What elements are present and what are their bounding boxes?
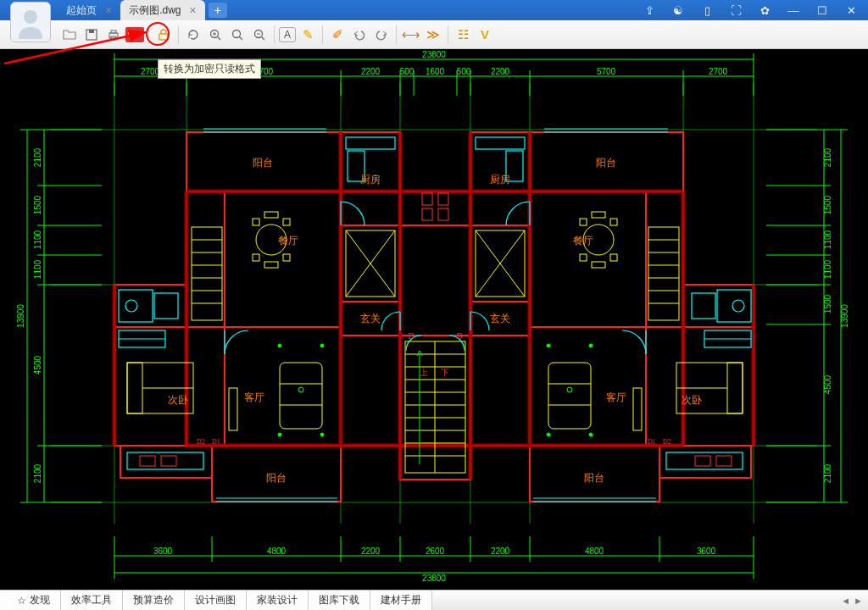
minimize-icon[interactable]: — [783, 0, 804, 20]
bottom-scroll[interactable]: ◄► [836, 591, 868, 610]
svg-point-270 [298, 387, 303, 392]
lock-button[interactable] [153, 25, 174, 45]
svg-point-269 [589, 433, 593, 436]
print-button[interactable] [103, 25, 124, 45]
pdf-button[interactable]: PDF [125, 27, 144, 42]
measure-area-button[interactable]: ≫ [423, 25, 443, 45]
svg-text:2700: 2700 [709, 67, 728, 76]
rotate-button[interactable] [183, 25, 203, 45]
user-avatar[interactable] [10, 2, 51, 42]
svg-text:厨房: 厨房 [490, 174, 510, 186]
svg-text:2100: 2100 [33, 147, 42, 167]
tab-start[interactable]: 起始页 × [58, 0, 120, 20]
svg-text:1100: 1100 [33, 230, 42, 249]
svg-text:玄关: 玄关 [490, 313, 510, 324]
svg-rect-131 [659, 446, 751, 478]
svg-rect-195 [648, 227, 679, 320]
svg-text:4500: 4500 [33, 355, 42, 374]
svg-rect-233 [438, 193, 448, 205]
svg-text:13900: 13900 [16, 304, 25, 328]
lock-tooltip: 转换为加密只读格式 [158, 59, 261, 79]
svg-line-12 [240, 36, 243, 40]
main-toolbar: PDF A ✎ ✐ ⟷ ≫ ☷ V [0, 20, 868, 49]
svg-rect-215 [692, 293, 715, 319]
measure-linear-button[interactable]: ⟷ [401, 25, 421, 45]
fullscreen-icon[interactable]: ⛶ [726, 0, 746, 20]
bottom-tab-decor[interactable]: 家装设计 [247, 591, 309, 610]
redo-button[interactable] [371, 25, 392, 45]
svg-rect-130 [120, 446, 212, 478]
separator [178, 25, 179, 44]
svg-rect-188 [192, 227, 222, 320]
bottom-tab-design[interactable]: 设计画图 [185, 591, 247, 610]
svg-text:D1: D1 [212, 438, 220, 446]
svg-line-14 [262, 36, 265, 40]
open-button[interactable] [59, 25, 80, 45]
close-icon[interactable]: × [105, 4, 112, 16]
title-bar: 起始页 × 示例图.dwg × + ⇪ ☯ ▯ ⛶ ✿ — ☐ ✕ [0, 0, 868, 20]
separator [322, 25, 323, 44]
svg-text:13900: 13900 [840, 304, 849, 328]
svg-text:4800: 4800 [585, 546, 604, 556]
svg-text:1100: 1100 [823, 230, 832, 249]
svg-text:阳台: 阳台 [584, 472, 604, 484]
pencil-button[interactable]: ✎ [298, 25, 318, 45]
zoom-extent-button[interactable] [227, 25, 248, 45]
undo-button[interactable] [349, 25, 370, 45]
maximize-icon[interactable]: ☐ [812, 0, 832, 20]
zoom-out-button[interactable] [249, 25, 270, 45]
new-tab-button[interactable]: + [209, 3, 227, 18]
settings-icon[interactable]: ✿ [754, 0, 775, 20]
svg-rect-169 [633, 388, 642, 430]
svg-point-266 [547, 344, 550, 347]
bottom-tab-discover[interactable]: ☆ 发现 [0, 591, 61, 610]
svg-text:餐厅: 餐厅 [573, 235, 593, 247]
svg-text:23800: 23800 [422, 574, 446, 583]
svg-text:500: 500 [400, 67, 415, 76]
document-tabs: 起始页 × 示例图.dwg × + [58, 0, 231, 20]
window-controls: ⇪ ☯ ▯ ⛶ ✿ — ☐ ✕ [632, 0, 868, 20]
drawing-canvas[interactable]: 23800 2700 5700 2200 500 1600 500 2200 5… [0, 49, 868, 590]
chevron-left-icon: ◄ [841, 596, 850, 606]
svg-rect-235 [438, 208, 448, 220]
svg-text:上: 上 [420, 368, 428, 377]
svg-text:1100: 1100 [33, 259, 42, 279]
svg-rect-165 [548, 363, 591, 429]
svg-rect-237 [161, 456, 176, 466]
wechat-icon[interactable]: ☯ [668, 0, 688, 20]
close-icon[interactable]: × [190, 4, 197, 16]
vip-button[interactable]: V [475, 25, 495, 45]
svg-point-262 [278, 344, 281, 347]
svg-text:23800: 23800 [422, 50, 446, 59]
tab-document[interactable]: 示例图.dwg × [120, 0, 205, 20]
svg-rect-144 [283, 219, 290, 225]
bottom-tab-materials[interactable]: 建材手册 [370, 591, 432, 610]
text-button[interactable]: A [279, 27, 296, 42]
svg-rect-113 [400, 225, 470, 336]
svg-text:阳台: 阳台 [253, 157, 273, 169]
bottom-tab-budget[interactable]: 预算造价 [123, 591, 185, 610]
highlighter-button[interactable]: ✐ [327, 25, 348, 45]
mobile-icon[interactable]: ▯ [697, 0, 717, 20]
save-button[interactable] [81, 25, 102, 45]
svg-text:餐厅: 餐厅 [278, 235, 298, 247]
bottom-tab-tools[interactable]: 效率工具 [61, 591, 123, 610]
svg-rect-239 [716, 456, 732, 466]
svg-text:1500: 1500 [823, 294, 832, 313]
svg-rect-146 [283, 254, 290, 261]
svg-text:2200: 2200 [491, 546, 510, 556]
zoom-in-button[interactable] [205, 25, 225, 45]
svg-text:玄关: 玄关 [360, 313, 381, 324]
svg-rect-119 [114, 327, 225, 446]
bottom-tab-library[interactable]: 图库下载 [309, 591, 370, 610]
svg-text:D1: D1 [648, 438, 656, 446]
layers-button[interactable]: ☷ [453, 25, 473, 45]
svg-point-0 [24, 10, 37, 24]
svg-point-268 [547, 433, 550, 436]
close-window-icon[interactable]: ✕ [841, 0, 861, 20]
share-icon[interactable]: ⇪ [639, 0, 659, 20]
bottom-tab-bar: ☆ 发现 效率工具 预算造价 设计画图 家装设计 图库下载 建材手册 ◄► [0, 590, 868, 610]
svg-rect-152 [580, 254, 587, 261]
svg-rect-238 [695, 456, 710, 466]
svg-rect-162 [280, 363, 322, 429]
